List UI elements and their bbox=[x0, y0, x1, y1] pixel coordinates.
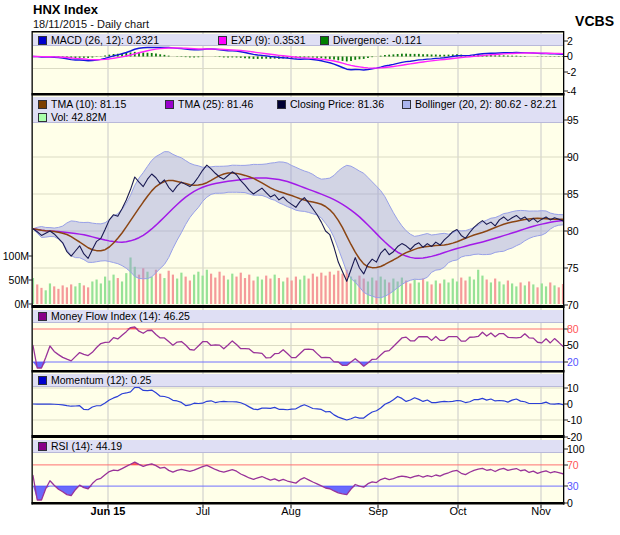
legend-swatch-mfi-icon bbox=[38, 312, 47, 321]
legend-swatch-exp-icon bbox=[218, 36, 227, 45]
legend-label-mfi: Money Flow Index (14): 46.25 bbox=[51, 310, 190, 322]
legend-label-macd: MACD (26, 12): 0.2321 bbox=[51, 34, 159, 46]
chart-canvas[interactable] bbox=[0, 0, 620, 535]
chart-subtitle: 18/11/2015 - Daily chart bbox=[33, 18, 149, 30]
legend-item-bollinger: Bollinger (20, 2): 80.62 - 82.21 bbox=[402, 98, 557, 111]
axis-label-rsi-70: 70 bbox=[567, 460, 617, 471]
axis-label-main-95: 95 bbox=[567, 115, 617, 126]
legend-swatch-vol-icon bbox=[38, 113, 47, 122]
axis-label-main-80: 80 bbox=[567, 226, 617, 237]
legend-label-exp: EXP (9): 0.3531 bbox=[231, 34, 306, 46]
legend-swatch-divergence-icon bbox=[320, 36, 329, 45]
legend-swatch-tma10-icon bbox=[38, 100, 47, 109]
legend-swatch-close-icon bbox=[277, 100, 286, 109]
legend-label-momentum: Momentum (12): 0.25 bbox=[51, 374, 151, 386]
axis-label-main-75: 75 bbox=[567, 263, 617, 274]
brand-logo: VCBS bbox=[575, 13, 614, 29]
legend-item-tma10: TMA (10): 81.15 bbox=[38, 98, 126, 111]
axis-label-mom-20: -20 bbox=[567, 432, 617, 443]
month-label-aug: Aug bbox=[281, 505, 301, 517]
momentum-legend-bar: Momentum (12): 0.25 bbox=[33, 374, 563, 387]
axis-label-vol-100M: 100M bbox=[0, 251, 29, 262]
main-legend-bar: TMA (10): 81.15TMA (25): 81.46Closing Pr… bbox=[33, 97, 563, 123]
legend-label-tma10: TMA (10): 81.15 bbox=[51, 98, 126, 110]
legend-item-exp: EXP (9): 0.3531 bbox=[218, 34, 306, 47]
month-label-nov: Nov bbox=[531, 505, 551, 517]
legend-label-vol: Vol: 42.82M bbox=[51, 111, 106, 123]
macd-legend-bar: MACD (26, 12): 0.2321EXP (9): 0.3531Dive… bbox=[33, 34, 563, 47]
axis-label-main-70: 70 bbox=[567, 300, 617, 311]
month-label-jul: Jul bbox=[196, 505, 210, 517]
axis-label-mom-10: -10 bbox=[567, 415, 617, 426]
legend-item-divergence: Divergence: -0.121 bbox=[320, 34, 422, 47]
legend-label-bollinger: Bollinger (20, 2): 80.62 - 82.21 bbox=[415, 98, 557, 110]
legend-label-tma25: TMA (25): 81.46 bbox=[178, 98, 253, 110]
legend-swatch-rsi-icon bbox=[38, 442, 47, 451]
axis-label-macd-2: -2 bbox=[567, 67, 617, 78]
axis-label-macd-4: -4 bbox=[567, 86, 617, 97]
axis-label-main-85: 85 bbox=[567, 189, 617, 200]
legend-item-vol: Vol: 42.82M bbox=[38, 111, 106, 124]
axis-label-rsi-0: 0 bbox=[567, 498, 617, 509]
month-label-oct: Oct bbox=[449, 505, 466, 517]
axis-label-mfi-20: 20 bbox=[567, 357, 617, 368]
axis-label-mom-0: 0 bbox=[567, 399, 617, 410]
legend-item-mfi: Money Flow Index (14): 46.25 bbox=[38, 310, 190, 323]
legend-swatch-momentum-icon bbox=[38, 376, 47, 385]
month-label-sep: Sep bbox=[368, 505, 388, 517]
axis-label-macd-0: 0 bbox=[567, 51, 617, 62]
legend-swatch-tma25-icon bbox=[165, 100, 174, 109]
legend-label-rsi: RSI (14): 44.19 bbox=[51, 440, 122, 452]
legend-item-close: Closing Price: 81.36 bbox=[277, 98, 384, 111]
axis-label-mom-10: 10 bbox=[567, 383, 617, 394]
axis-label-vol-50M: 50M bbox=[0, 275, 29, 286]
page-title: HNX Index bbox=[33, 2, 98, 17]
legend-item-macd: MACD (26, 12): 0.2321 bbox=[38, 34, 159, 47]
axis-label-vol-0M: 0M bbox=[0, 299, 29, 310]
axis-label-macd-2: 2 bbox=[567, 36, 617, 47]
legend-swatch-macd-icon bbox=[38, 36, 47, 45]
axis-label-main-90: 90 bbox=[567, 152, 617, 163]
axis-label-mfi-80: 80 bbox=[567, 324, 617, 335]
legend-item-tma25: TMA (25): 81.46 bbox=[165, 98, 253, 111]
month-label-jun-15: Jun 15 bbox=[91, 505, 126, 517]
legend-label-divergence: Divergence: -0.121 bbox=[333, 34, 422, 46]
rsi-legend-bar: RSI (14): 44.19 bbox=[33, 440, 563, 453]
legend-label-close: Closing Price: 81.36 bbox=[290, 98, 384, 110]
legend-swatch-bollinger-icon bbox=[402, 100, 411, 109]
hnx-daily-chart-app: HNX Index 18/11/2015 - Daily chart VCBS … bbox=[0, 0, 620, 535]
legend-item-rsi: RSI (14): 44.19 bbox=[38, 440, 122, 453]
axis-label-mfi-50: 50 bbox=[567, 340, 617, 351]
axis-label-rsi-100: 100 bbox=[567, 444, 617, 455]
axis-label-rsi-30: 30 bbox=[567, 481, 617, 492]
mfi-legend-bar: Money Flow Index (14): 46.25 bbox=[33, 310, 563, 323]
legend-item-momentum: Momentum (12): 0.25 bbox=[38, 374, 151, 387]
